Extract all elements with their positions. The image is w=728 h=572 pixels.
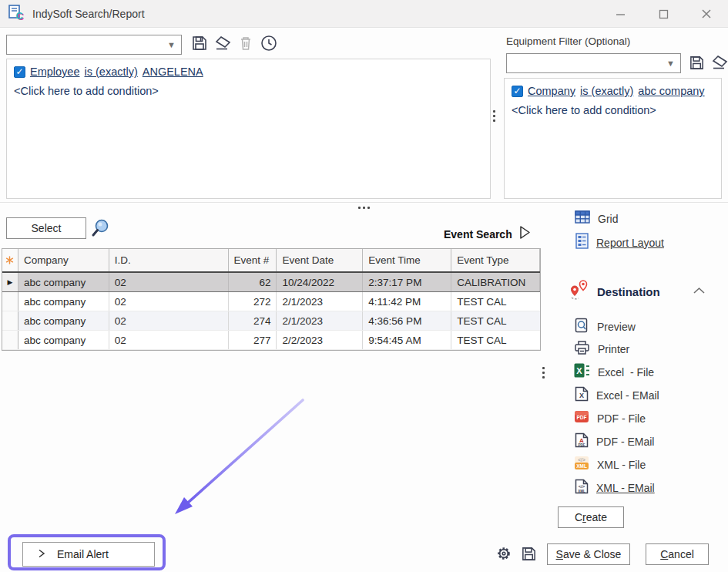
vertical-splitter-grip[interactable]	[493, 110, 495, 122]
results-table: Company I.D. Event # Event Date Event Ti…	[2, 248, 541, 351]
cell-event-type: CALIBRATION	[451, 273, 540, 291]
cell-event-date: 10/24/2022	[277, 273, 363, 291]
sidebar-item-grid[interactable]: Grid	[575, 210, 618, 227]
cell-event-num: 277	[229, 331, 277, 349]
destination-label: Printer	[598, 343, 629, 355]
cell-event-type: TEST CAL	[451, 292, 540, 311]
column-header[interactable]: Event Date	[277, 249, 363, 271]
table-row[interactable]: ▶ abc company 02 62 10/24/2022 2:37:17 P…	[2, 273, 540, 292]
destination-item-excel-file[interactable]: X Excel - File	[574, 363, 654, 381]
close-button[interactable]	[685, 0, 728, 28]
condition-checkbox[interactable]: ✓	[14, 66, 25, 78]
destination-header-label: Destination	[597, 285, 660, 298]
column-header[interactable]: Event #	[229, 249, 277, 271]
maximize-button[interactable]	[642, 0, 685, 28]
app-icon: C C	[8, 4, 26, 24]
destination-item-xml-email[interactable]: </> XML XML - EMail	[575, 479, 655, 497]
svg-text:XML: XML	[578, 490, 585, 493]
cell-company: abc company	[18, 331, 109, 349]
condition-operator-link[interactable]: is (exactly)	[580, 85, 633, 97]
condition-row-employee: ✓ Employee is (exactly) ANGELENA	[14, 66, 483, 78]
cell-event-time: 4:36:56 PM	[363, 311, 451, 330]
destination-item-pdf-email[interactable]: A PDF PDF - EMail	[575, 432, 654, 451]
select-button[interactable]: Select	[6, 217, 86, 239]
condition-field-link[interactable]: Employee	[30, 66, 79, 78]
history-button[interactable]	[259, 35, 279, 55]
current-row-indicator: ▶	[8, 278, 13, 286]
cell-event-date: 2/1/2023	[277, 311, 363, 330]
event-search-label: Event Search	[444, 228, 512, 241]
save-and-close-button[interactable]: Save & Close	[547, 543, 630, 565]
minimize-button[interactable]	[599, 0, 642, 28]
add-condition-link[interactable]: <Click here to add condition>	[512, 104, 714, 116]
destination-label: XML - EMail	[596, 482, 655, 494]
new-row-star-icon	[2, 249, 18, 271]
search-report-window: C C IndySoft Search/Report ▼	[0, 0, 728, 572]
column-header[interactable]: I.D.	[109, 249, 229, 271]
event-search-run[interactable]: Event Search	[444, 225, 532, 243]
column-header[interactable]: Event Time	[363, 249, 451, 271]
pdf-email-icon: A PDF	[575, 432, 589, 451]
svg-text:PDF: PDF	[579, 443, 585, 447]
table-row[interactable]: abc company 02 277 2/2/2023 9:54:45 AM T…	[2, 331, 540, 350]
window-title: IndySoft Search/Report	[32, 8, 145, 20]
table-row[interactable]: abc company 02 272 2/1/2023 4:11:42 PM T…	[2, 292, 540, 311]
saved-search-combobox[interactable]: ▼	[6, 35, 182, 55]
destination-item-xml-file[interactable]: </> XML XML - File	[574, 456, 646, 473]
horizontal-splitter-grip[interactable]	[358, 207, 370, 209]
cell-id: 02	[109, 273, 229, 291]
table-row[interactable]: abc company 02 274 2/1/2023 4:36:56 PM T…	[2, 311, 540, 331]
create-button[interactable]: Create	[558, 506, 624, 528]
condition-value-link[interactable]: abc company	[638, 85, 704, 97]
clear-filter-button[interactable]	[710, 54, 728, 74]
search-magnifier-icon[interactable]	[90, 218, 110, 241]
column-header[interactable]: Company	[18, 249, 109, 271]
destination-pins-icon	[568, 279, 591, 304]
destination-section-header[interactable]: Destination	[568, 279, 660, 304]
clock-icon	[260, 34, 278, 56]
add-condition-link[interactable]: <Click here to add condition>	[14, 85, 483, 97]
annotation-highlight-box	[8, 534, 166, 570]
destination-label: XML - File	[597, 459, 646, 471]
cell-company: abc company	[18, 292, 109, 311]
destination-label: PDF - File	[597, 412, 646, 425]
cancel-button[interactable]: Cancel	[646, 543, 709, 565]
excel-file-icon: X	[574, 363, 590, 381]
cell-event-type: TEST CAL	[451, 331, 540, 349]
printer-icon	[574, 340, 590, 358]
condition-row-company: ✓ Company is (exactly) abc company	[512, 85, 714, 97]
delete-search-button[interactable]	[236, 35, 256, 55]
equipment-filter-combobox[interactable]: ▼	[506, 53, 681, 73]
condition-operator-link[interactable]: is (exactly)	[84, 66, 137, 78]
save-icon	[689, 55, 705, 74]
sidebar-item-report-layout[interactable]: Report Layout	[575, 233, 664, 252]
destination-item-excel-email[interactable]: X Excel - EMail	[575, 386, 659, 405]
clear-search-button[interactable]	[213, 35, 233, 55]
collapse-chevron-icon[interactable]	[693, 284, 706, 298]
condition-checkbox[interactable]: ✓	[512, 86, 523, 97]
save-settings-icon[interactable]	[521, 546, 537, 565]
cell-event-time: 9:54:45 AM	[363, 331, 451, 349]
svg-text:X: X	[579, 392, 584, 399]
svg-text:C: C	[16, 10, 24, 21]
condition-field-link[interactable]: Company	[528, 85, 575, 97]
destination-item-pdf-file[interactable]: PDF PDF - File	[574, 409, 646, 427]
horizontal-splitter[interactable]	[0, 202, 728, 203]
save-filter-button[interactable]	[686, 54, 706, 74]
trash-icon	[238, 35, 253, 55]
cell-event-time: 4:11:42 PM	[363, 292, 451, 311]
save-icon	[191, 35, 208, 55]
settings-gear-icon[interactable]	[496, 546, 512, 564]
destination-label: Excel - EMail	[596, 389, 659, 402]
column-header[interactable]: Event Type	[451, 249, 540, 271]
cell-id: 02	[109, 311, 229, 330]
vertical-splitter-grip-2[interactable]	[542, 367, 545, 379]
table-header-row: Company I.D. Event # Event Date Event Ti…	[2, 249, 540, 273]
save-search-button[interactable]	[190, 35, 210, 55]
cell-id: 02	[109, 292, 229, 311]
cell-event-num: 272	[229, 292, 277, 311]
destination-label: PDF - EMail	[596, 436, 654, 448]
destination-item-preview[interactable]: Preview	[575, 318, 636, 336]
destination-item-printer[interactable]: Printer	[574, 340, 629, 358]
condition-value-link[interactable]: ANGELENA	[143, 66, 203, 78]
